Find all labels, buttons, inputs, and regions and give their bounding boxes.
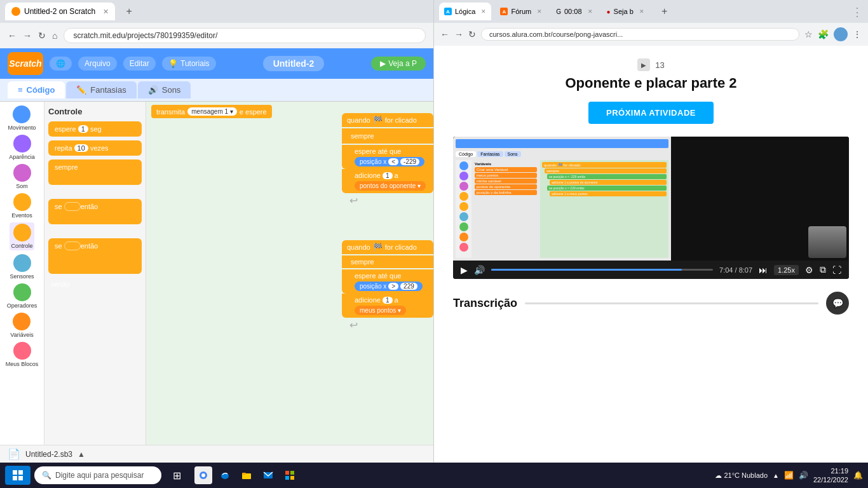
category-variaveis[interactable]: Variáveis [10,313,33,338]
category-meus-blocos[interactable]: Meus Blocos [6,342,39,367]
scratch-main-area[interactable]: transmita mensagem 1 ▾ e espere quando 🏁… [146,102,433,445]
browser-tab-scratch[interactable]: Untitled-2 on Scratch ✕ [5,3,115,20]
back-button[interactable]: ← [8,30,17,41]
extensions-btn[interactable]: 🧩 [818,29,829,39]
posicao-x-block-2: posição x > 229 [355,281,423,291]
tutoriais-btn[interactable]: 💡 Tutoriais [162,57,216,71]
quando-flag-block-1[interactable]: quando 🏁 for clicado [342,113,433,127]
skip-forward-button[interactable]: ⏭ [759,265,768,275]
taskbar-chrome-icon[interactable] [194,466,212,484]
chat-button[interactable]: 💬 [826,292,849,315]
palette-block-se[interactable]: se então [48,199,142,224]
operadores-label: Operadores [7,302,37,309]
sempre-block-2[interactable]: sempre [342,255,433,268]
volume-button[interactable]: 🔊 [474,265,485,275]
picture-in-picture-button[interactable]: ⧉ [820,264,826,275]
project-name[interactable]: Untitled-2 [263,56,325,71]
address-bar-right[interactable]: cursos.alura.com.br/course/pong-javascri… [481,28,799,41]
editar-menu[interactable]: Editar [123,57,156,71]
mini-cat-9 [459,243,468,252]
logica-favicon: A [444,8,452,15]
menu-btn-right[interactable]: ⋮ [853,29,862,39]
taskbar-mail-icon[interactable] [259,466,277,484]
play-pause-button[interactable]: ▶ [461,265,468,275]
category-controle[interactable]: Controle [10,222,34,250]
taskbar-search-bar[interactable]: 🔍 Digite aqui para pesquisar [34,466,161,484]
mini-cat-2 [459,172,468,180]
search-icon: 🔍 [42,471,51,480]
reload-button[interactable]: ↻ [38,30,46,41]
scratch-workspace: Movimento Aparência Som Eventos Controle [0,102,433,445]
forward-btn-right[interactable]: → [454,29,463,39]
back-btn-right[interactable]: ← [440,29,449,39]
start-button[interactable] [5,466,31,485]
new-tab-right-button[interactable]: + [656,3,674,20]
category-operadores[interactable]: Operadores [7,283,37,309]
tab-sons[interactable]: 🔊 Sons [138,81,191,98]
mini-var-1: Criar uma Variável [475,167,537,172]
home-button[interactable]: ⌂ [52,30,57,41]
adicione-oponente-block[interactable]: adicione 1 a pontos do oponente ▾ [342,169,433,193]
mini-tab-fantasias: Fantasias [477,151,503,157]
fullscreen-button[interactable]: ⛶ [832,265,841,275]
tab-time[interactable]: G 00:08 ✕ [551,3,597,20]
close-seja-tab[interactable]: ✕ [639,8,644,15]
category-aparencia[interactable]: Aparência [9,135,35,160]
next-activity-button[interactable]: PRÓXIMA ATIVIDADE [588,102,714,124]
aparencia-label: Aparência [9,154,35,160]
taskbar-edge-icon[interactable] [216,466,234,484]
mini-palette-label: Variáveis [475,162,537,166]
tab-codigo[interactable]: ≡ Código [8,81,65,98]
task-view-button[interactable]: ⊞ [168,466,186,484]
taskbar-store-icon[interactable] [281,466,299,484]
forward-button[interactable]: → [23,30,32,41]
palette-block-senao[interactable]: se então [48,238,142,274]
adicione-meus-pontos-block[interactable]: adicione 1 a meus pontos ▾ [342,294,433,318]
video-screenshot[interactable]: Código Fantasias Sons [453,137,849,261]
tab-logica[interactable]: A Lógica ✕ [439,3,491,20]
category-movimento[interactable]: Movimento [8,105,36,131]
taskbar-folder-icon[interactable] [238,466,255,484]
presenter-area [671,224,849,261]
chevron-up-taskbar[interactable]: ▲ [773,472,779,479]
arquivo-menu[interactable]: Arquivo [78,57,117,71]
share-button[interactable]: ▶ Veja a P [371,57,426,71]
category-sensores[interactable]: Sensores [10,254,34,280]
mini-categories [456,160,471,258]
sempre-block-1[interactable]: sempre [342,128,433,144]
espere-ate-que-2[interactable]: espere até que posição x > 229 [342,269,433,294]
close-tab-icon[interactable]: ✕ [103,8,109,16]
sensores-dot [13,254,31,272]
quando-flag-block-2[interactable]: quando 🏁 for clicado [342,240,433,254]
palette-block-1[interactable]: repita 10 vezes [48,140,142,156]
reload-btn-right[interactable]: ↻ [468,29,476,39]
profile-btn[interactable] [834,27,848,41]
transcricao-header: Transcrição 💬 [453,292,849,315]
tab-fantasias[interactable]: ✏️ Fantasias [66,81,136,98]
tab-forum[interactable]: A Fórum ✕ [495,3,547,20]
close-time-tab[interactable]: ✕ [588,8,593,15]
mini-header [456,139,668,148]
palette-block-sempre[interactable]: sempre [48,159,142,185]
transcricao-divider [525,302,818,304]
address-bar-left[interactable]: scratch.mit.edu/projects/780199359/edito… [64,28,426,43]
category-eventos[interactable]: Eventos [11,193,32,219]
notification-icon[interactable]: 🔔 [853,471,863,480]
globe-menu[interactable]: 🌐 [50,57,72,71]
palette-block-0[interactable]: espere 1 seg [48,121,142,137]
close-forum-tab[interactable]: ✕ [537,8,542,15]
new-tab-button[interactable]: + [120,3,138,20]
close-logica-tab[interactable]: ✕ [481,8,486,15]
tab-seja[interactable]: ● Seja b ✕ [602,3,649,20]
transmita-block[interactable]: transmita mensagem 1 ▾ e espere [151,105,272,118]
volume-icon[interactable]: 🔊 [799,471,808,480]
chevron-up-icon[interactable]: ▲ [78,450,85,459]
svg-rect-10 [285,471,289,475]
video-progress-bar[interactable] [491,269,713,271]
playback-speed-button[interactable]: 1.25x [774,265,799,275]
espere-ate-que-1[interactable]: espere até que posição x < -229 [342,145,433,169]
settings-button[interactable]: ⚙ [805,265,813,275]
bookmark-btn[interactable]: ☆ [804,29,813,39]
category-som[interactable]: Som [13,164,31,189]
mini-cat-8 [459,233,468,241]
